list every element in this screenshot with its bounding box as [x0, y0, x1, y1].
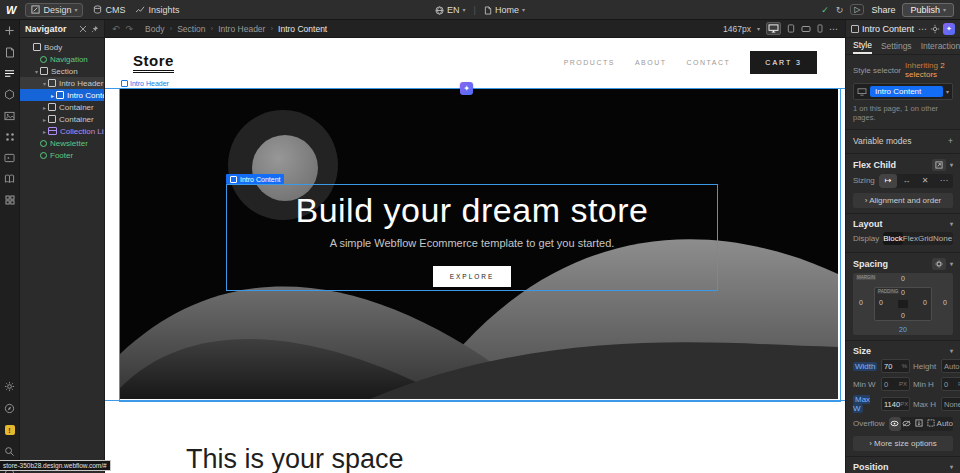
- hero-title[interactable]: Build your dream store: [295, 191, 648, 230]
- min-width-input[interactable]: 0PX: [881, 377, 910, 391]
- cart-button[interactable]: CART 3: [750, 51, 817, 74]
- apps-icon[interactable]: [5, 195, 15, 205]
- margin-left-value[interactable]: 0: [859, 299, 863, 306]
- variables-icon[interactable]: [5, 132, 15, 142]
- navigator-item-intro-header[interactable]: ▾ Intro Header: [20, 77, 104, 89]
- navigator-item-navigation[interactable]: Navigation: [20, 53, 104, 65]
- history-icon[interactable]: ↻: [836, 5, 844, 15]
- cms-button[interactable]: CMS: [93, 5, 125, 15]
- chevron-collapsed-icon[interactable]: ▸: [49, 92, 56, 99]
- chevron-collapsed-icon[interactable]: ▸: [41, 104, 48, 111]
- share-button[interactable]: Share: [871, 5, 895, 15]
- chevron-down-icon[interactable]: ▾: [950, 162, 953, 168]
- padding-right-value[interactable]: 0: [923, 299, 927, 306]
- max-height-input[interactable]: None▾: [941, 397, 960, 411]
- chevron-down-icon[interactable]: ▾: [950, 221, 953, 227]
- preview-icon[interactable]: ▷: [850, 4, 864, 15]
- chevron-collapsed-icon[interactable]: ▸: [41, 128, 48, 135]
- sizing-more-icon[interactable]: ⋯: [934, 174, 953, 188]
- pages-icon[interactable]: [5, 47, 15, 58]
- publish-button[interactable]: Publish ▾: [902, 3, 954, 17]
- design-mode-button[interactable]: Design ▾: [25, 3, 83, 17]
- page-switcher[interactable]: Home ▾: [484, 5, 525, 15]
- width-unit[interactable]: %: [902, 363, 907, 369]
- style-selector-input[interactable]: Intro Content ▾: [853, 83, 953, 100]
- overflow-hidden-eye-off-icon[interactable]: [901, 417, 913, 431]
- padding-left-value[interactable]: 0: [879, 299, 883, 306]
- navigator-item-intro-content[interactable]: ▸ Intro Content: [20, 89, 104, 101]
- locale-switcher[interactable]: EN ▾: [435, 5, 466, 15]
- overflow-auto-option[interactable]: Auto: [937, 417, 953, 431]
- alignment-order-button[interactable]: › Alignment and order: [853, 193, 953, 208]
- chevron-down-icon[interactable]: ▾: [952, 232, 953, 246]
- padding-top-value[interactable]: 0: [901, 289, 905, 296]
- navigator-item-container[interactable]: ▸ Container: [20, 101, 104, 113]
- navigator-item-section[interactable]: ▾ Section: [20, 65, 104, 77]
- navigator-item-container[interactable]: ▸ Container: [20, 113, 104, 125]
- navigator-icon[interactable]: [4, 69, 15, 78]
- navigator-item-footer[interactable]: Footer: [20, 149, 104, 161]
- zoom-icon[interactable]: [4, 446, 15, 457]
- chevron-collapsed-icon[interactable]: ▸: [41, 116, 48, 123]
- ai-handle-icon[interactable]: ✦: [460, 82, 473, 95]
- margin-bottom-value[interactable]: 20: [899, 326, 907, 333]
- ai-assistant-icon[interactable]: ✦: [943, 23, 955, 35]
- height-input[interactable]: Auto▾: [941, 359, 960, 373]
- navigator-item-newsletter[interactable]: Newsletter: [20, 137, 104, 149]
- overflow-visible-eye-icon[interactable]: [889, 417, 901, 431]
- flex-parent-icon[interactable]: [932, 159, 946, 171]
- navigator-item-collection-list[interactable]: ▸ Collection List Wra…: [20, 125, 104, 137]
- min-width-unit[interactable]: PX: [899, 381, 907, 387]
- explore-button[interactable]: EXPLORE: [433, 266, 512, 287]
- site-nav-link[interactable]: ABOUT: [635, 59, 667, 66]
- redo-icon[interactable]: ↷: [126, 24, 134, 34]
- display-none-option[interactable]: None: [933, 232, 952, 246]
- next-section-title[interactable]: This is your space: [186, 444, 404, 473]
- more-icon[interactable]: ⋯: [829, 24, 838, 34]
- breadcrumb-item[interactable]: Intro Header: [218, 24, 265, 34]
- selected-element-outline[interactable]: Build your dream store A simple Webflow …: [226, 184, 718, 291]
- margin-right-value[interactable]: 0: [943, 299, 947, 306]
- breakpoint-desktop-icon[interactable]: [766, 22, 781, 35]
- display-flex-option[interactable]: Flex: [903, 232, 918, 246]
- undo-icon[interactable]: ↶: [112, 24, 120, 34]
- webflow-logo[interactable]: W: [6, 4, 15, 16]
- help-compass-icon[interactable]: [4, 403, 15, 414]
- width-input[interactable]: 70%: [881, 359, 910, 373]
- add-element-icon[interactable]: [4, 25, 15, 36]
- chevron-down-icon[interactable]: ▾: [950, 261, 953, 267]
- site-logo[interactable]: Store: [133, 52, 174, 73]
- padding-box[interactable]: PADDING 0 0 0 0: [874, 287, 932, 321]
- pin-icon[interactable]: [91, 25, 99, 33]
- overflow-scroll-icon[interactable]: [913, 417, 925, 431]
- padding-bottom-value[interactable]: 0: [901, 312, 905, 319]
- overflow-clip-icon[interactable]: [925, 417, 937, 431]
- sizing-grow-icon[interactable]: ↔: [897, 174, 916, 188]
- site-nav-link[interactable]: PRODUCTS: [564, 59, 615, 66]
- hero-section[interactable]: Intro Content Build your dream store A s…: [120, 89, 838, 399]
- selector-pill[interactable]: Intro Content: [870, 86, 943, 97]
- collapse-all-icon[interactable]: [79, 25, 87, 33]
- cms-collections-icon[interactable]: [4, 153, 15, 163]
- display-block-option[interactable]: Block: [883, 232, 903, 246]
- site-nav-link[interactable]: CONTACT: [687, 59, 731, 66]
- display-grid-option[interactable]: Grid: [918, 232, 933, 246]
- design-canvas[interactable]: Store PRODUCTS ABOUT CONTACT CART 3 Intr…: [105, 38, 845, 473]
- tab-settings[interactable]: Settings: [881, 39, 912, 53]
- tab-style[interactable]: Style: [853, 38, 872, 54]
- libraries-icon[interactable]: [4, 174, 15, 184]
- spacing-link-icon[interactable]: [932, 258, 946, 270]
- settings-gear-icon[interactable]: [4, 381, 15, 392]
- sizing-none-icon[interactable]: ✕: [916, 174, 935, 188]
- max-width-unit[interactable]: PX: [900, 401, 908, 407]
- breadcrumb-item[interactable]: Body: [145, 24, 164, 34]
- hero-subtitle[interactable]: A simple Webflow Ecommerce template to g…: [330, 237, 615, 249]
- inheriting-note[interactable]: Inheriting 2 selectors: [905, 61, 953, 79]
- chevron-expanded-icon[interactable]: ▾: [41, 80, 48, 87]
- breakpoint-tablet-icon[interactable]: [787, 24, 795, 33]
- chevron-expanded-icon[interactable]: ▾: [33, 68, 40, 75]
- breadcrumb-item-current[interactable]: Intro Content: [278, 24, 327, 34]
- spacing-diagram[interactable]: MARGIN 0 0 0 20 PADDING 0 0 0 0: [853, 273, 953, 335]
- tab-interactions[interactable]: Interactions: [921, 39, 960, 53]
- alerts-icon[interactable]: !: [5, 425, 15, 435]
